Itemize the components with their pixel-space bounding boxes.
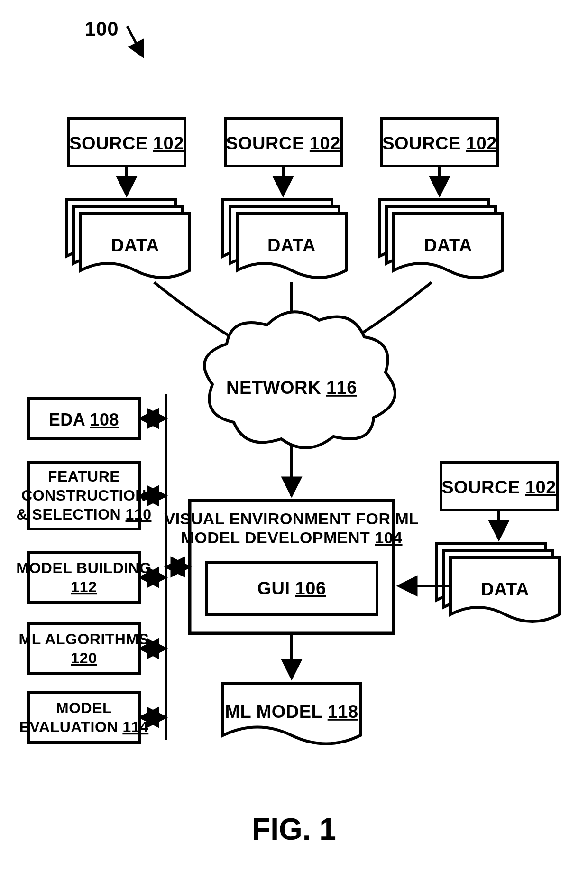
side-box-model-building: MODEL BUILDING 112 <box>16 553 166 603</box>
visual-env-line1: VISUAL ENVIRONMENT FOR ML <box>165 510 419 528</box>
side-box-model-evaluation: MODEL EVALUATION 114 <box>19 693 166 743</box>
svg-text:EVALUATION 114: EVALUATION 114 <box>19 718 149 735</box>
source-label: SOURCE 102 <box>382 133 497 153</box>
svg-text:ML ALGORITHMS: ML ALGORITHMS <box>19 631 149 648</box>
figure-caption: FIG. 1 <box>252 812 336 846</box>
data-label: DATA <box>267 235 316 255</box>
svg-text:FEATURE: FEATURE <box>48 468 120 485</box>
source-column-3: SOURCE 102 DATA <box>379 119 503 278</box>
svg-text:& SELECTION 110: & SELECTION 110 <box>17 506 152 523</box>
gui-label: GUI 106 <box>257 578 326 598</box>
svg-text:MODEL: MODEL <box>56 699 112 716</box>
svg-text:112: 112 <box>71 578 97 595</box>
figure-ref-number: 100 <box>84 18 119 40</box>
source-label: SOURCE 102 <box>441 477 556 497</box>
source-column-1: SOURCE 102 DATA <box>66 119 190 278</box>
data-stack: DATA <box>66 199 190 278</box>
figure-reference: 100 <box>84 18 143 57</box>
side-box-eda: EDA 108 <box>28 399 166 439</box>
visual-env-line2: MODEL DEVELOPMENT 104 <box>181 529 402 547</box>
source-label: SOURCE 102 <box>69 133 184 153</box>
data-stack: DATA <box>379 199 503 278</box>
source-column-right: SOURCE 102 DATA <box>398 463 560 622</box>
svg-text:CONSTRUCTION: CONSTRUCTION <box>21 487 147 504</box>
svg-text:MODEL BUILDING: MODEL BUILDING <box>16 559 152 576</box>
source-label: SOURCE 102 <box>226 133 340 153</box>
data-label: DATA <box>481 579 529 599</box>
side-box-ml-algorithms: ML ALGORITHMS 120 <box>19 624 166 674</box>
data-stack: DATA <box>436 543 560 622</box>
ml-model-doc: ML MODEL 118 <box>223 683 360 744</box>
data-label: DATA <box>424 235 472 255</box>
source-column-2: SOURCE 102 DATA <box>223 119 346 278</box>
side-box-feature: FEATURE CONSTRUCTION & SELECTION 110 <box>17 463 166 529</box>
network-cloud: NETWORK 116 <box>204 312 395 448</box>
data-label: DATA <box>111 235 159 255</box>
svg-text:EDA 108: EDA 108 <box>49 410 119 429</box>
ml-model-label: ML MODEL 118 <box>225 702 358 722</box>
svg-text:120: 120 <box>71 650 97 667</box>
visual-environment-box: VISUAL ENVIRONMENT FOR ML MODEL DEVELOPM… <box>165 501 419 633</box>
network-label: NETWORK 116 <box>226 378 357 398</box>
data-stack: DATA <box>223 199 346 278</box>
